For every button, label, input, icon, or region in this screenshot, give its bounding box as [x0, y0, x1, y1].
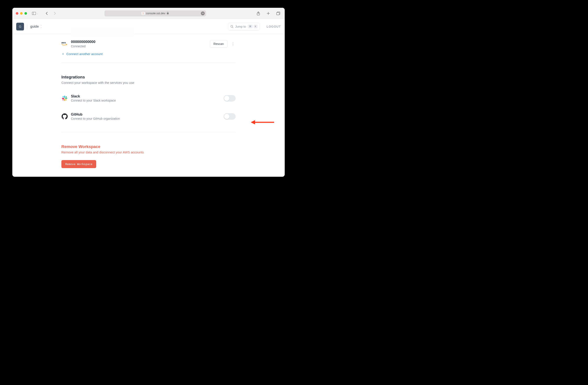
divider: [27, 24, 27, 29]
chevron-down-icon[interactable]: ⌄: [37, 13, 38, 15]
workspace-name: guide: [30, 25, 39, 28]
github-subtitle: Connect to your GitHub organization: [71, 117, 120, 120]
slack-toggle[interactable]: [224, 95, 236, 101]
connect-another-label: Connect another account: [66, 52, 103, 56]
aws-account-status: Connected: [71, 44, 95, 48]
back-button[interactable]: [44, 10, 50, 16]
jump-label: Jump to: [235, 25, 246, 28]
site-favicon-icon: ⟆: [142, 12, 145, 15]
logout-button[interactable]: LOGOUT: [267, 25, 281, 28]
aws-account-id: 000000000000: [71, 40, 95, 44]
reader-more-icon[interactable]: •••: [201, 11, 205, 15]
app-header: G guide ⌃⌄ Jump to ⌘ K LOGOUT: [12, 19, 285, 34]
github-title: GitHub: [71, 113, 120, 117]
sidebar-toggle-icon[interactable]: [31, 10, 37, 16]
plus-icon: ＋: [61, 52, 65, 56]
lock-icon: [167, 12, 169, 15]
svg-rect-6: [276, 13, 279, 15]
svg-rect-10: [64, 96, 65, 98]
svg-line-8: [232, 27, 233, 28]
slack-subtitle: Connect to your Slack workspace: [71, 99, 116, 102]
forward-button[interactable]: [52, 10, 58, 16]
slack-icon: [61, 95, 68, 101]
remove-workspace-button[interactable]: Remove Workspace: [61, 160, 96, 168]
integrations-title: Integrations: [61, 75, 236, 80]
page-content: aws 000000000000 Connected Rescan ⋮ ＋ Co…: [12, 34, 285, 177]
workspace-switcher[interactable]: guide ⌃⌄: [30, 25, 42, 28]
traffic-lights: [16, 12, 27, 15]
remove-workspace-section: Remove Workspace Remove all your data an…: [61, 132, 236, 168]
browser-titlebar: ⌄ ⟆ console.sst.dev •••: [12, 8, 285, 19]
remove-workspace-title: Remove Workspace: [61, 144, 236, 149]
minimize-window-icon[interactable]: [20, 12, 23, 15]
remove-workspace-subtitle: Remove all your data and disconnect your…: [61, 150, 236, 154]
share-icon[interactable]: [255, 10, 261, 16]
svg-point-17: [63, 99, 64, 101]
integration-github-row: GitHub Connect to your GitHub organizati…: [61, 107, 236, 125]
integrations-section: Integrations Connect your workspace with…: [61, 63, 236, 125]
github-toggle[interactable]: [224, 113, 236, 120]
tabs-overview-icon[interactable]: [275, 10, 281, 16]
svg-rect-11: [65, 98, 67, 99]
svg-rect-0: [32, 12, 36, 15]
connect-another-account-link[interactable]: ＋ Connect another account: [61, 52, 236, 62]
svg-point-16: [66, 99, 67, 101]
new-tab-icon[interactable]: [265, 10, 271, 16]
keyboard-shortcut: ⌘ K: [248, 25, 258, 28]
integrations-subtitle: Connect your workspace with the services…: [61, 81, 236, 84]
account-menu-icon[interactable]: ⋮: [231, 42, 236, 46]
svg-point-14: [63, 96, 64, 98]
close-window-icon[interactable]: [16, 12, 18, 15]
svg-rect-13: [62, 98, 64, 99]
aws-icon: aws: [61, 41, 68, 47]
workspace-avatar[interactable]: G: [16, 23, 24, 30]
svg-point-15: [66, 96, 67, 98]
address-bar[interactable]: ⟆ console.sst.dev •••: [105, 10, 206, 16]
redacted-block: [71, 28, 134, 37]
svg-text:aws: aws: [61, 41, 66, 44]
url-text: console.sst.dev: [146, 12, 165, 15]
svg-rect-12: [64, 99, 65, 101]
integration-slack-row: Slack Connect to your Slack workspace: [61, 89, 236, 107]
select-chevrons-icon: ⌃⌄: [41, 25, 42, 28]
maximize-window-icon[interactable]: [24, 12, 27, 15]
slack-title: Slack: [71, 94, 116, 98]
github-icon: [61, 113, 68, 120]
rescan-button[interactable]: Rescan: [210, 40, 227, 48]
jump-to-button[interactable]: Jump to ⌘ K: [228, 23, 260, 30]
search-icon: [231, 25, 233, 28]
svg-rect-2: [167, 13, 168, 14]
